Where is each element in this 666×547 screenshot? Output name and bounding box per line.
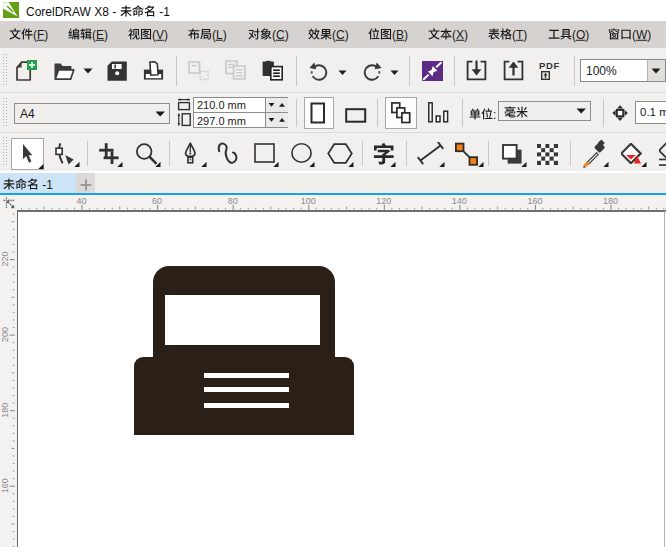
svg-text:200: 200: [0, 327, 10, 342]
svg-text:B: B: [396, 28, 404, 42]
svg-text:): ): [285, 28, 289, 42]
svg-text:220: 220: [0, 251, 10, 266]
svg-text:80: 80: [228, 197, 238, 207]
svg-text:C: C: [336, 28, 345, 42]
svg-text:160: 160: [527, 197, 542, 207]
svg-text:180: 180: [603, 197, 618, 207]
svg-text:): ): [647, 28, 651, 42]
svg-text:120: 120: [376, 197, 391, 207]
svg-text:CorelDRAW X8 -: CorelDRAW X8 -: [26, 5, 120, 19]
svg-text:180: 180: [0, 403, 10, 418]
svg-text:W: W: [636, 28, 648, 42]
svg-text:160: 160: [0, 478, 10, 493]
svg-text:V: V: [156, 28, 164, 42]
svg-text::: :: [493, 107, 496, 121]
svg-text:X: X: [456, 28, 464, 42]
svg-text:O: O: [576, 28, 585, 42]
svg-text:C: C: [276, 28, 285, 42]
svg-text:): ): [464, 28, 468, 42]
svg-text:): ): [523, 28, 527, 42]
svg-text:): ): [164, 28, 168, 42]
svg-text:): ): [585, 28, 589, 42]
svg-text:): ): [223, 28, 227, 42]
svg-text:100: 100: [301, 197, 316, 207]
svg-text:E: E: [96, 28, 104, 42]
svg-text:): ): [104, 28, 108, 42]
svg-text:): ): [345, 28, 349, 42]
svg-text:F: F: [37, 28, 44, 42]
svg-text:): ): [44, 28, 48, 42]
svg-text:40: 40: [76, 197, 86, 207]
svg-text:): ): [404, 28, 408, 42]
svg-text:-1: -1: [156, 5, 170, 19]
svg-text:60: 60: [152, 197, 162, 207]
svg-text:-1: -1: [39, 177, 53, 191]
svg-text:140: 140: [452, 197, 467, 207]
